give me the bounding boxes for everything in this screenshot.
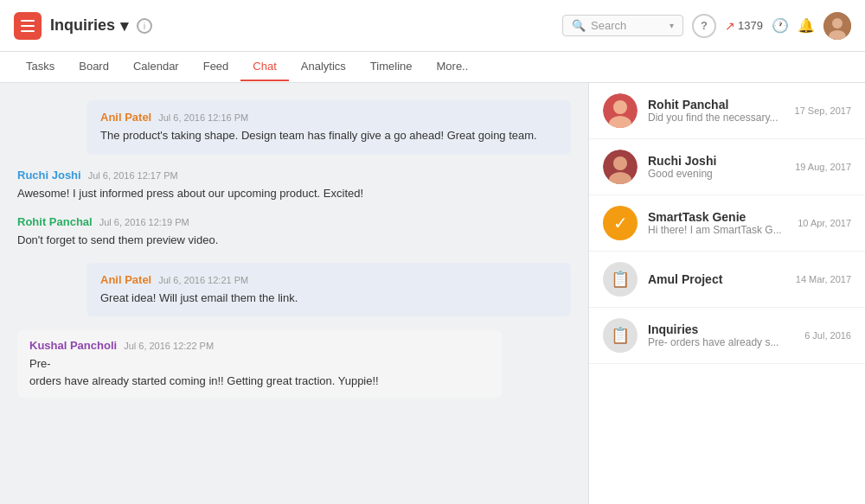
sidebar-item-inquiries[interactable]: 📋 Inquiries Pre- orders have already s..… — [589, 308, 865, 364]
search-icon: 🔍 — [572, 19, 586, 32]
svg-point-4 — [613, 100, 627, 114]
info-button[interactable]: i — [137, 18, 152, 34]
message-time: Jul 6, 2016 12:22 PM — [124, 341, 214, 351]
sidebar-item-genie[interactable]: ✓ SmartTask Genie Hi there! I am SmartTa… — [589, 195, 865, 252]
hamburger-button[interactable] — [14, 12, 42, 40]
sidebar-date: 14 Mar, 2017 — [796, 274, 851, 284]
message-time: Jul 6, 2016 12:21 PM — [158, 275, 248, 285]
message-direct: Rohit Panchal Jul 6, 2016 12:19 PM Don't… — [17, 215, 571, 249]
message-direct: Kushal Pancholi Jul 6, 2016 12:22 PM Pre… — [17, 330, 502, 398]
avatar-ruchi — [603, 150, 638, 184]
sidebar-info-ruchi: Ruchi Joshi Good evening — [648, 154, 785, 180]
tab-tasks[interactable]: Tasks — [14, 53, 67, 81]
sidebar-item-amul[interactable]: 📋 Amul Project 14 Mar, 2017 — [589, 252, 865, 308]
message-author[interactable]: Kushal Pancholi — [29, 339, 117, 352]
tab-feed[interactable]: Feed — [191, 53, 241, 81]
message-bubble: Anil Patel Jul 6, 2016 12:16 PM The prod… — [86, 100, 571, 155]
project-title: Inquiries ▾ — [50, 16, 128, 35]
sidebar-date: 17 Sep, 2017 — [795, 105, 851, 116]
sidebar-meta-inquiries: 6 Jul, 2016 — [804, 330, 851, 341]
project-icon: 📋 — [611, 270, 630, 289]
sidebar-preview: Did you find the necessary... — [648, 112, 785, 124]
conversations-sidebar: Rohit Panchal Did you find the necessary… — [588, 83, 865, 504]
sidebar-name: Inquiries — [648, 322, 794, 336]
chat-area: Anil Patel Jul 6, 2016 12:16 PM The prod… — [0, 83, 588, 504]
avatar-amul-project: 📋 — [603, 262, 638, 297]
avatar-genie: ✓ — [603, 206, 638, 240]
message-time: Jul 6, 2016 12:16 PM — [158, 112, 248, 123]
project-dropdown-arrow[interactable]: ▾ — [120, 16, 128, 35]
message-author[interactable]: Ruchi Joshi — [17, 169, 81, 182]
message-header: Anil Patel Jul 6, 2016 12:16 PM — [100, 111, 557, 124]
tab-analytics[interactable]: Analytics — [289, 53, 358, 81]
message-wrapper: Ruchi Joshi Jul 6, 2016 12:17 PM Awesome… — [17, 169, 571, 202]
search-input[interactable]: Search — [591, 19, 664, 32]
message-wrapper: Rohit Panchal Jul 6, 2016 12:19 PM Don't… — [17, 215, 571, 249]
message-text: Don't forget to send them preview video. — [17, 232, 571, 249]
trend-icon: ↗ — [725, 19, 735, 33]
message-header: Anil Patel Jul 6, 2016 12:21 PM — [100, 273, 557, 286]
message-header: Kushal Pancholi Jul 6, 2016 12:22 PM — [29, 339, 490, 352]
help-icon: ? — [701, 19, 708, 32]
avatar-rohit — [603, 93, 638, 128]
project-name-label: Inquiries — [50, 16, 115, 35]
help-button[interactable]: ? — [692, 14, 716, 38]
sidebar-preview: Hi there! I am SmartTask G... — [648, 224, 787, 236]
sidebar-info-amul: Amul Project — [648, 272, 785, 286]
sidebar-preview: Pre- orders have already s... — [648, 336, 794, 348]
folder-icon: 📋 — [611, 326, 630, 345]
message-direct: Ruchi Joshi Jul 6, 2016 12:17 PM Awesome… — [17, 169, 571, 202]
message-text: Great idea! Will just email them the lin… — [100, 290, 557, 307]
checkmark-icon: ✓ — [613, 213, 628, 233]
message-bubble: Anil Patel Jul 6, 2016 12:21 PM Great id… — [86, 263, 571, 317]
sidebar-meta-amul: 14 Mar, 2017 — [796, 274, 851, 284]
bell-icon[interactable]: 🔔 — [798, 17, 815, 34]
message-author[interactable]: Anil Patel — [100, 111, 151, 124]
sidebar-date: 6 Jul, 2016 — [804, 330, 851, 341]
nav-tabs: Tasks Board Calendar Feed Chat Analytics… — [0, 52, 865, 83]
search-dropdown-icon[interactable]: ▾ — [670, 21, 674, 30]
message-text: The product's taking shape. Design team … — [100, 127, 557, 144]
sidebar-date: 19 Aug, 2017 — [795, 162, 851, 172]
avatar-inquiries-project: 📋 — [603, 318, 638, 353]
message-wrapper: Anil Patel Jul 6, 2016 12:21 PM Great id… — [17, 263, 571, 317]
sidebar-item-ruchi[interactable]: Ruchi Joshi Good evening 19 Aug, 2017 — [589, 139, 865, 195]
sidebar-name: Rohit Panchal — [648, 98, 785, 112]
message-author[interactable]: Anil Patel — [100, 273, 151, 286]
sidebar-name: Ruchi Joshi — [648, 154, 785, 168]
message-wrapper: Kushal Pancholi Jul 6, 2016 12:22 PM Pre… — [17, 330, 571, 398]
message-header: Ruchi Joshi Jul 6, 2016 12:17 PM — [17, 169, 571, 182]
sidebar-date: 10 Apr, 2017 — [798, 218, 851, 228]
tab-more[interactable]: More.. — [425, 53, 481, 81]
sidebar-name: Amul Project — [648, 272, 785, 286]
search-box[interactable]: 🔍 Search ▾ — [562, 15, 683, 36]
tab-calendar[interactable]: Calendar — [121, 53, 191, 81]
sidebar-item-rohit[interactable]: Rohit Panchal Did you find the necessary… — [589, 83, 865, 139]
message-header: Rohit Panchal Jul 6, 2016 12:19 PM — [17, 215, 571, 228]
hamburger-icon — [21, 20, 35, 32]
sidebar-info-genie: SmartTask Genie Hi there! I am SmartTask… — [648, 210, 787, 236]
tab-chat[interactable]: Chat — [240, 53, 288, 81]
main-layout: Anil Patel Jul 6, 2016 12:16 PM The prod… — [0, 83, 865, 504]
sidebar-meta-rohit: 17 Sep, 2017 — [795, 105, 851, 116]
trend-badge: ↗ 1379 — [725, 19, 763, 33]
tab-timeline[interactable]: Timeline — [358, 53, 425, 81]
sidebar-meta-genie: 10 Apr, 2017 — [798, 218, 851, 228]
message-time: Jul 6, 2016 12:19 PM — [99, 217, 189, 227]
message-time: Jul 6, 2016 12:17 PM — [88, 170, 178, 181]
trend-count: 1379 — [738, 19, 763, 32]
message-text: Pre-orders have already started coming i… — [29, 355, 490, 389]
sidebar-info-rohit: Rohit Panchal Did you find the necessary… — [648, 98, 785, 124]
sidebar-name: SmartTask Genie — [648, 210, 787, 224]
message-text: Awesome! I just informed press about our… — [17, 185, 571, 202]
header: Inquiries ▾ i 🔍 Search ▾ ? ↗ 1379 🕐 🔔 — [0, 0, 865, 52]
clock-icon[interactable]: 🕐 — [772, 17, 789, 34]
svg-point-7 — [613, 156, 627, 170]
message-author[interactable]: Rohit Panchal — [17, 215, 93, 228]
svg-point-1 — [832, 18, 843, 29]
user-avatar[interactable] — [823, 12, 851, 40]
tab-board[interactable]: Board — [67, 53, 121, 81]
info-icon: i — [144, 21, 145, 31]
sidebar-meta-ruchi: 19 Aug, 2017 — [795, 162, 851, 172]
message-wrapper: Anil Patel Jul 6, 2016 12:16 PM The prod… — [17, 100, 571, 155]
